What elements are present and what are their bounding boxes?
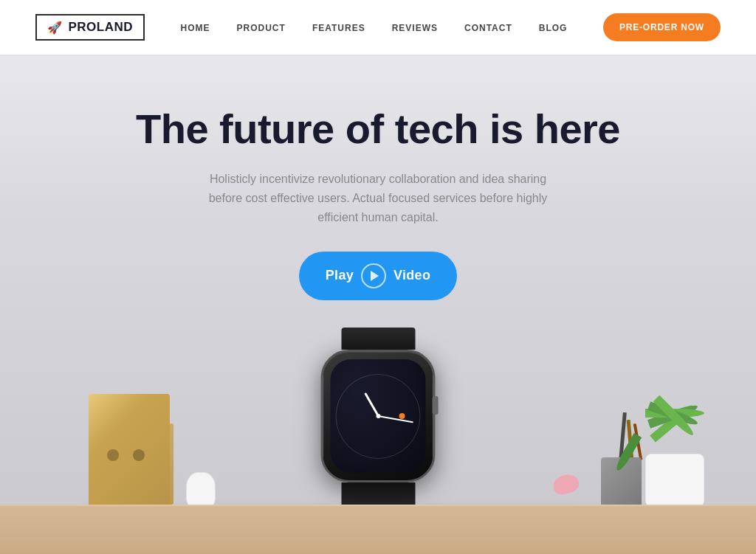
nav-links: HOME PRODUCT FEATURES REVIEWS CONTACT BL… (181, 21, 568, 34)
nav-contact[interactable]: CONTACT (464, 23, 512, 33)
preorder-button[interactable]: PRE-ORDER NOW (603, 13, 721, 41)
hero-headline: The future of tech is here (136, 106, 620, 152)
watch-band-top (341, 328, 415, 350)
nav-features[interactable]: FEATURES (312, 23, 365, 33)
play-video-button[interactable]: Play Video (299, 252, 457, 300)
navbar: 🚀 PROLAND HOME PRODUCT FEATURES REVIEWS … (0, 0, 756, 55)
decorative-pink-shape (551, 472, 580, 496)
orange-indicator (399, 413, 405, 419)
center-dot (376, 414, 380, 418)
minute-hand (378, 415, 413, 423)
smartwatch (314, 328, 443, 519)
logo-rocket-icon: 🚀 (47, 21, 63, 35)
plant-leaves (638, 390, 734, 457)
desk-surface (0, 505, 756, 554)
hero-text-block: The future of tech is here Holisticly in… (136, 55, 620, 322)
play-triangle-icon (371, 271, 379, 281)
video-label: Video (394, 268, 430, 283)
nav-product[interactable]: PRODUCT (237, 23, 286, 33)
watch-face (336, 374, 421, 459)
play-label: Play (326, 268, 354, 283)
nav-home[interactable]: HOME (181, 23, 210, 33)
watch-crown (433, 396, 439, 415)
hour-hand (364, 392, 379, 417)
hero-section: The future of tech is here Holisticly in… (0, 55, 756, 554)
plant-pot (645, 454, 704, 509)
nav-blog[interactable]: BLOG (539, 23, 568, 33)
logo-text: PROLAND (69, 20, 134, 35)
clock-face (336, 374, 421, 459)
nav-reviews[interactable]: REVIEWS (392, 23, 438, 33)
wooden-block (89, 394, 170, 508)
small-vase (186, 472, 216, 509)
watch-body (321, 350, 436, 482)
logo[interactable]: 🚀 PROLAND (35, 14, 145, 41)
hero-subtext: Holisticly incentivize revolutionary col… (201, 170, 555, 228)
desk-scene (0, 328, 756, 554)
watch-screen (331, 359, 426, 473)
play-circle-icon (361, 263, 386, 288)
